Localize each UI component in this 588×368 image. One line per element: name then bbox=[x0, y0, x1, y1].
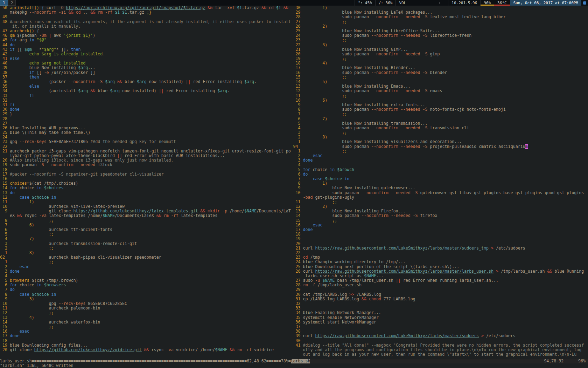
code-row[interactable]: 19 ;; bbox=[293, 56, 588, 61]
code-row[interactable]: 4 7) bbox=[0, 237, 291, 241]
code-row[interactable]: 18 bbox=[0, 339, 291, 343]
code-row[interactable]: 38 if [[ -e /usr/bin/packer ]] bbox=[0, 70, 291, 75]
statusline-inactive[interactable]: larbs_user.sh ==========================… bbox=[0, 359, 291, 363]
code-row[interactable]: 1 blue Now installing visualizers and de… bbox=[293, 139, 588, 144]
code-row[interactable]: 3done bbox=[0, 269, 291, 274]
code-row[interactable]: 8 ;; bbox=[0, 218, 291, 223]
volume-slider[interactable] bbox=[408, 3, 445, 3]
code-row[interactable]: 2 esac bbox=[0, 265, 291, 269]
code-row[interactable]: 28rm -f /tmp/larbs_user.sh bbox=[293, 283, 588, 287]
code-row[interactable]: out and log back in as your new user, th… bbox=[293, 352, 588, 357]
code-row[interactable]: 37 bbox=[293, 325, 588, 329]
code-row[interactable]: 17done bbox=[293, 227, 588, 232]
code-row[interactable]: 6for choice in $browsers bbox=[0, 283, 291, 287]
code-row[interactable]: 17done bbox=[0, 334, 291, 338]
code-row[interactable]: 28 sudo pacman --noconfirm --needed -S t… bbox=[293, 15, 588, 19]
code-row[interactable]: 21curl https://raw.githubusercontent.com… bbox=[293, 246, 588, 251]
code-row[interactable]: 17 blue Now installing Blender... bbox=[293, 66, 588, 70]
code-row[interactable]: 94 sudo pacman --noconfirm --needed -S p… bbox=[293, 144, 588, 149]
code-row[interactable]: 22 bbox=[293, 251, 588, 255]
workspace-button-1[interactable]: 1 bbox=[0, 0, 8, 6]
code-row[interactable]: 35systemctl enable NetworkManager bbox=[293, 315, 588, 320]
code-row[interactable]: 39 blue Now installing $arg... bbox=[0, 66, 291, 70]
code-row[interactable]: 39curl https://raw.githubusercontent.com… bbox=[293, 334, 588, 338]
code-row[interactable]: 5for choice in $browch bbox=[293, 168, 588, 172]
code-row[interactable]: 42 echo $arg is already installed. bbox=[0, 52, 291, 56]
code-row[interactable]: 17#packer --noconfirm -S ncpamixer-git s… bbox=[0, 172, 291, 177]
code-row[interactable]: 30done bbox=[0, 107, 291, 112]
code-row[interactable]: 45for arg in "$@" bbox=[0, 38, 291, 42]
code-row[interactable]: 30cat /tmp/LARBS.log >> /LARBS.log bbox=[293, 292, 588, 297]
code-row[interactable]: 18 bbox=[293, 232, 588, 237]
code-row[interactable]: 29 bbox=[293, 287, 588, 292]
code-row[interactable]: 5 blue Now installing transmission... bbox=[293, 121, 588, 126]
vim-pane-larbs-user-sh[interactable]: 50aurinstall() { curl -O https://aur.arc… bbox=[0, 6, 291, 359]
code-row[interactable]: 26curl https://raw.githubusercontent.com… bbox=[293, 269, 588, 274]
code-row[interactable]: 22 3) bbox=[293, 43, 588, 47]
code-row[interactable]: 1 ;; bbox=[0, 260, 291, 264]
code-row[interactable]: 10 sudo pacman --noconfirm --needed -S q… bbox=[293, 191, 588, 195]
code-row[interactable]: 2 ;; bbox=[0, 246, 291, 251]
code-row[interactable]: 15 ;; bbox=[293, 218, 588, 223]
code-row[interactable]: 2 esac bbox=[293, 154, 588, 158]
code-row[interactable]: 9 blue Now installing qutebrowser... bbox=[293, 186, 588, 190]
workspace-button-2[interactable]: 2 bbox=[8, 0, 16, 6]
code-row[interactable]: 21 blue Now installing GIMP... bbox=[293, 47, 588, 52]
code-row[interactable]: 15 ;; bbox=[0, 325, 291, 329]
tray-network-icon[interactable] bbox=[583, 1, 586, 5]
code-row[interactable]: 32 bbox=[293, 301, 588, 306]
code-row[interactable]: 12 case $choice in bbox=[0, 195, 291, 200]
code-row[interactable]: 23gpg --recv-keys 5FAF0A6EE7371805 #Add … bbox=[0, 139, 291, 144]
code-row[interactable]: 33 fi bbox=[0, 94, 291, 98]
code-row[interactable]: 29} bbox=[0, 112, 291, 116]
code-row[interactable]: 7 ;; bbox=[293, 112, 588, 116]
code-row[interactable]: 31fi bbox=[0, 103, 291, 107]
code-row[interactable]: 19sudo pacman -S --noconfirm --needed i3… bbox=[0, 163, 291, 167]
code-row[interactable]: 19 bbox=[293, 237, 588, 241]
volume-slider-handle[interactable] bbox=[440, 2, 440, 4]
vim-pane-larbs-sh[interactable]: 30 1)29 blue Now installing LaTeX packag… bbox=[293, 6, 588, 359]
code-row[interactable]: 3 aurcheck transmission-remote-cli-git bbox=[0, 241, 291, 246]
code-row[interactable]: 11 ;; bbox=[293, 200, 588, 204]
code-row[interactable]: 34 (aurinstall $arg && blue $arg now ins… bbox=[0, 89, 291, 93]
code-row[interactable]: eX && rsync -va latex-templates /home/$N… bbox=[0, 213, 291, 218]
vim-command-line[interactable]: "larbs.sh" 136L, 5648C written bbox=[0, 363, 588, 368]
code-row[interactable]: 12 sudo pacman --noconfirm --needed -S e… bbox=[293, 89, 588, 93]
code-row[interactable]: makepkg --noconfirm -si && cd .. && rm -… bbox=[0, 10, 291, 15]
code-row[interactable]: 28 bbox=[0, 117, 291, 121]
code-row[interactable]: 14 aurcheck waterfox-bin bbox=[0, 320, 291, 325]
code-row[interactable]: 32 bbox=[0, 98, 291, 103]
code-row[interactable]: 6 7) bbox=[293, 117, 588, 121]
code-row[interactable]: 36 (packer --noconfirm -S $arg && blue $… bbox=[0, 80, 291, 84]
code-row[interactable]: 3done bbox=[293, 158, 588, 163]
code-row[interactable]: 24blue Changin working directory to /tmp… bbox=[293, 260, 588, 264]
code-row[interactable]: 22 bbox=[0, 144, 291, 149]
code-row[interactable]: 27 ;; bbox=[293, 20, 588, 24]
code-row[interactable]: 7 case $choice in bbox=[293, 177, 588, 181]
code-row[interactable]: 16 sudo pacman --noconfirm --needed -S b… bbox=[293, 70, 588, 75]
code-row[interactable]: 5 ;; bbox=[0, 232, 291, 237]
statusline-active[interactable]: larbs.sh 94,78-92 96% bbox=[291, 359, 588, 363]
code-row[interactable]: 1 ;; bbox=[293, 149, 588, 154]
code-row[interactable]: 14for choice in $choices bbox=[0, 186, 291, 190]
code-row[interactable]: 16 esac bbox=[0, 329, 291, 334]
code-row[interactable]: 20git clone https://github.com/lukesmith… bbox=[0, 348, 291, 352]
code-row[interactable]: 12 ;; bbox=[0, 311, 291, 315]
code-row[interactable]: 25blue \(This may take some time.\) bbox=[0, 130, 291, 135]
code-row[interactable]: 14 sudo pacman --noconfirm --needed -S f… bbox=[293, 213, 588, 218]
code-row[interactable]: 11 ;; bbox=[293, 94, 588, 98]
code-row[interactable]: 15 ;; bbox=[293, 75, 588, 80]
code-row[interactable]: 26 2) bbox=[293, 24, 588, 29]
code-row[interactable]: 16 esac bbox=[293, 223, 588, 227]
code-row[interactable]: it, or installs it manually. bbox=[0, 24, 291, 29]
code-row[interactable]: 13 4) bbox=[0, 315, 291, 320]
vertical-split-separator[interactable] bbox=[291, 6, 293, 359]
code-row[interactable]: -bad gst-plugins-ugly bbox=[293, 195, 588, 200]
code-row[interactable]: 8 case $choice in bbox=[0, 292, 291, 297]
code-row[interactable]: 36systemctl start NetworkManager bbox=[293, 320, 588, 325]
code-row[interactable]: 23 ;; bbox=[293, 38, 588, 42]
code-row[interactable]: 27 bbox=[0, 121, 291, 126]
code-row[interactable]: 31cp /LARBS.log LARBS.log && chmod 777 L… bbox=[293, 297, 588, 301]
code-row[interactable]: 10 6) bbox=[293, 98, 588, 103]
code-row[interactable]: 34blue Enabling Network Manager... bbox=[293, 311, 588, 315]
